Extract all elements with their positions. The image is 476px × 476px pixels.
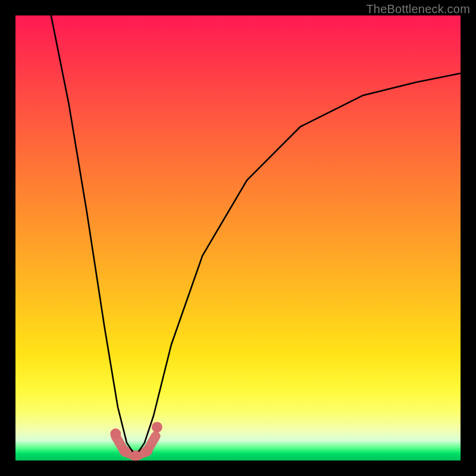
highlight-dot [152, 422, 162, 433]
highlight-dot [119, 446, 130, 456]
watermark-text: TheBottleneck.com [366, 2, 470, 16]
bottleneck-curve [51, 15, 461, 456]
chart-svg [15, 15, 461, 461]
highlight-dot [142, 446, 152, 456]
highlight-dot [110, 428, 121, 439]
chart-plot-area [15, 15, 461, 461]
